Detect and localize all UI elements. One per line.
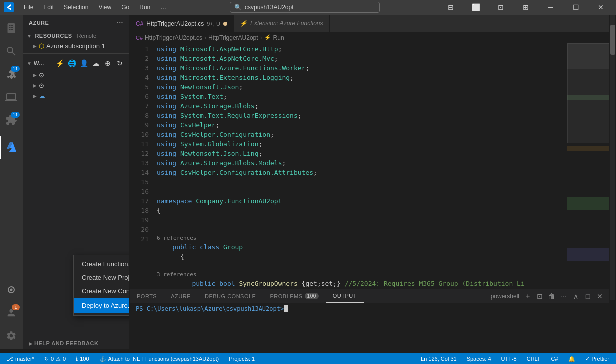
workspace-item-1[interactable]: ▶ ⊙ bbox=[23, 70, 129, 80]
maximize-button[interactable]: ☐ bbox=[564, 0, 587, 15]
menu-more[interactable]: … bbox=[156, 3, 170, 12]
extensions-badge: 11 bbox=[11, 112, 20, 118]
minimize-button[interactable]: ─ bbox=[539, 0, 562, 15]
subscription-item[interactable]: ▶ ⬡ Azure subscription 1 bbox=[23, 41, 129, 51]
globe-icon[interactable]: 🌐 bbox=[66, 58, 77, 69]
editor-area: C# HttpTriggerAU2opt.cs 9+, U ⚡ Extensio… bbox=[130, 15, 609, 300]
status-position[interactable]: Ln 126, Col 31 bbox=[418, 353, 460, 364]
add-terminal-icon[interactable]: ＋ bbox=[522, 291, 533, 302]
search-area: 🔍 csvpush13AU2opt bbox=[174, 2, 435, 13]
status-line-ending[interactable]: CRLF bbox=[524, 353, 544, 364]
menu-edit[interactable]: Edit bbox=[39, 3, 58, 12]
help-feedback[interactable]: ▶ HELP AND FEEDBACK bbox=[23, 337, 129, 349]
status-remote[interactable]: ⚓ Attach to .NET Functions (csvpush13AU2… bbox=[96, 353, 222, 364]
bc-file-icon: C# bbox=[136, 35, 143, 41]
menu-selection[interactable]: Selection bbox=[60, 3, 92, 12]
bc-sep-1: › bbox=[204, 34, 206, 41]
menu-view[interactable]: View bbox=[94, 3, 115, 12]
resources-remote-label: Remote bbox=[77, 33, 97, 39]
activity-search[interactable] bbox=[0, 40, 23, 63]
bc-class[interactable]: HttpTriggerAU2opt bbox=[208, 34, 258, 41]
bc-method[interactable]: Run bbox=[273, 34, 284, 41]
scrollbar-track[interactable] bbox=[610, 15, 615, 300]
menu-create-project[interactable]: Create New Project... bbox=[74, 271, 130, 284]
branch-label: master* bbox=[15, 356, 34, 362]
tab-httptrigger[interactable]: C# HttpTriggerAU2opt.cs 9+, U bbox=[130, 15, 234, 32]
item2-icon: ⊙ bbox=[39, 82, 44, 89]
activity-explorer[interactable] bbox=[0, 17, 23, 40]
minimap-slider[interactable] bbox=[567, 43, 609, 143]
panel-tab-azure[interactable]: AZURE bbox=[164, 289, 198, 303]
scrollbar-thumb[interactable] bbox=[610, 25, 615, 55]
cloud-icon[interactable]: ☁ bbox=[90, 58, 101, 69]
workspace-item-2[interactable]: ▶ ⊙ bbox=[23, 80, 129, 91]
status-projects[interactable]: Projects: 1 bbox=[226, 353, 258, 364]
item2-arrow: ▶ bbox=[33, 83, 37, 88]
item3-icon: ☁ bbox=[39, 92, 45, 100]
workspace-label[interactable]: ▼ W... bbox=[27, 60, 54, 66]
panel-tab-problems[interactable]: PROBLEMS 100 bbox=[263, 289, 325, 303]
status-bell[interactable]: 🔔 bbox=[565, 353, 578, 364]
status-language[interactable]: C# bbox=[548, 353, 561, 364]
tab-extension[interactable]: ⚡ Extension: Azure Functions bbox=[234, 15, 330, 32]
delete-terminal-icon[interactable]: 🗑 bbox=[546, 291, 557, 302]
bc-file[interactable]: HttpTriggerAU2opt.cs bbox=[145, 34, 202, 41]
more-terminal-icon[interactable]: ··· bbox=[558, 291, 569, 302]
resources-section[interactable]: ▼ RESOURCES Remote bbox=[23, 31, 129, 41]
sidebar-more-icon[interactable]: ··· bbox=[117, 19, 123, 27]
menu-file[interactable]: File bbox=[20, 3, 37, 12]
item1-arrow: ▶ bbox=[33, 72, 37, 78]
activity-source-control[interactable]: 11 bbox=[0, 63, 23, 86]
activity-run-debug[interactable] bbox=[0, 86, 23, 109]
layout-icon[interactable]: ⊟ bbox=[439, 0, 462, 15]
activity-remote[interactable] bbox=[0, 278, 23, 301]
status-sync[interactable]: ↻ 0 ⚠ 0 bbox=[41, 353, 69, 364]
workspace-item-3[interactable]: ▶ ☁ bbox=[23, 91, 129, 101]
code-editor: 12345 678910 1112131415 1617181920 21 us… bbox=[130, 43, 609, 300]
extension-icon: ⚡ bbox=[240, 20, 247, 27]
stack-icon[interactable]: ⊕ bbox=[102, 58, 113, 69]
activity-accounts[interactable]: 1 bbox=[0, 301, 23, 324]
panel-tab-ports[interactable]: PORTS bbox=[130, 289, 164, 303]
sidebar-header-icons: ··· bbox=[117, 19, 123, 27]
menu-deploy-azure[interactable]: Deploy to Azure... bbox=[74, 298, 130, 313]
editor-scrollbar[interactable] bbox=[609, 15, 616, 300]
status-encoding[interactable]: UTF-8 bbox=[498, 353, 520, 364]
activity-settings[interactable] bbox=[0, 324, 23, 347]
search-box[interactable]: 🔍 csvpush13AU2opt bbox=[230, 2, 380, 13]
status-branch[interactable]: ⎇ master* bbox=[4, 353, 37, 364]
menu-run[interactable]: Run bbox=[135, 3, 154, 12]
person-icon[interactable]: 👤 bbox=[78, 58, 89, 69]
item3-arrow: ▶ bbox=[33, 93, 37, 99]
refresh-icon[interactable]: ↻ bbox=[114, 58, 125, 69]
status-spaces[interactable]: Spaces: 4 bbox=[464, 353, 494, 364]
activity-bar: 11 11 1 bbox=[0, 15, 23, 349]
chevron-up-icon[interactable]: ∧ bbox=[570, 291, 581, 302]
customize-layout-icon[interactable]: ⊞ bbox=[514, 0, 537, 15]
split-terminal-icon[interactable]: ⊡ bbox=[534, 291, 545, 302]
menu-create-container[interactable]: Create New Containerized Project... bbox=[74, 284, 130, 298]
toggle-panel-icon[interactable]: ⊡ bbox=[489, 0, 512, 15]
status-prettier[interactable]: ✓ Prettier bbox=[582, 353, 612, 364]
activity-extensions[interactable]: 11 bbox=[0, 109, 23, 132]
split-editor-icon[interactable]: ⬜ bbox=[464, 0, 487, 15]
sidebar: AZURE ··· ▼ RESOURCES Remote ▶ ⬡ Azure s… bbox=[23, 15, 130, 349]
status-left: ⎇ master* ↻ 0 ⚠ 0 ℹ 100 ⚓ Attach to .NET… bbox=[4, 353, 258, 364]
problems-badge: 100 bbox=[305, 293, 319, 299]
status-info[interactable]: ℹ 100 bbox=[73, 353, 92, 364]
sync-icon: ↻ bbox=[44, 356, 49, 362]
lightning-icon[interactable]: ⚡ bbox=[54, 58, 65, 69]
maximize-panel-icon[interactable]: □ bbox=[582, 291, 593, 302]
shell-label: powershell bbox=[491, 293, 519, 300]
menu-go[interactable]: Go bbox=[117, 3, 133, 12]
panel-tab-output[interactable]: OUTPUT bbox=[326, 289, 364, 303]
context-menu: Create Function... Create New Project...… bbox=[73, 255, 130, 316]
panel-tab-debug[interactable]: DEBUG CONSOLE bbox=[198, 289, 263, 303]
close-button[interactable]: ✕ bbox=[589, 0, 612, 15]
close-panel-icon[interactable]: ✕ bbox=[594, 291, 605, 302]
activity-azure[interactable] bbox=[0, 136, 23, 159]
code-content[interactable]: using Microsoft.AspNetCore.Http; using M… bbox=[153, 43, 567, 300]
anchor-icon: ⚓ bbox=[99, 356, 106, 362]
menu-create-function[interactable]: Create Function... bbox=[74, 257, 130, 271]
csharp-icon: C# bbox=[136, 20, 143, 27]
